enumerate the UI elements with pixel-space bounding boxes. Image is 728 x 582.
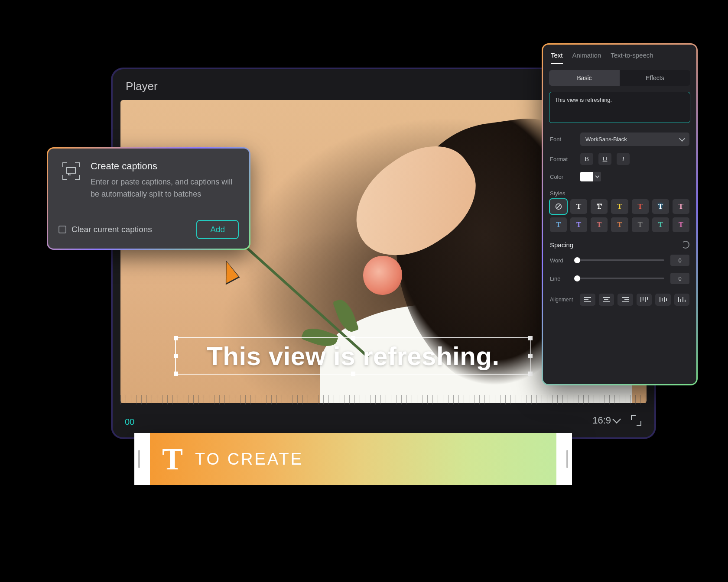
clip-label: TO CREATE: [195, 450, 303, 469]
color-picker[interactable]: [580, 172, 601, 181]
slider-thumb[interactable]: [574, 257, 580, 263]
color-dropdown[interactable]: [593, 172, 601, 181]
svg-line-1: [556, 205, 560, 209]
text-properties-panel: Text Animation Text-to-speech Basic Effe…: [542, 43, 698, 385]
word-spacing-label: Word: [550, 257, 568, 264]
style-preset[interactable]: T: [611, 217, 628, 232]
tab-text-to-speech[interactable]: Text-to-speech: [611, 52, 653, 64]
style-preset[interactable]: T: [652, 199, 669, 214]
font-select-value: WorkSans-Black: [585, 136, 627, 142]
align-left-button[interactable]: [580, 294, 595, 306]
clip-trim-handle-left[interactable]: [136, 445, 142, 473]
caption-bounding-box[interactable]: This view is refreshing.: [175, 337, 531, 375]
resize-handle[interactable]: [528, 354, 533, 358]
clip-trim-handle-right[interactable]: [564, 445, 570, 473]
spacing-label: Spacing: [550, 241, 573, 249]
segment-effects[interactable]: Effects: [620, 70, 690, 86]
timeline-text-clip[interactable]: T TO CREATE: [134, 433, 572, 485]
align-center-button[interactable]: [599, 294, 614, 306]
fullscreen-icon[interactable]: [631, 415, 641, 426]
tab-animation[interactable]: Animation: [572, 52, 601, 64]
underline-button[interactable]: U: [598, 153, 611, 165]
line-spacing-value[interactable]: 0: [670, 273, 689, 284]
slider-thumb[interactable]: [574, 275, 580, 281]
resize-handle[interactable]: [174, 336, 178, 340]
checkbox-icon: [58, 226, 66, 233]
resize-handle[interactable]: [528, 336, 533, 340]
chevron-down-icon: [679, 135, 685, 141]
aspect-ratio-selector[interactable]: 16:9: [592, 415, 620, 426]
style-preset[interactable]: T: [673, 217, 689, 232]
word-spacing-value[interactable]: 0: [670, 255, 689, 266]
captions-icon: [62, 162, 80, 180]
style-preset[interactable]: T: [570, 199, 587, 214]
italic-button[interactable]: I: [617, 153, 630, 165]
popover-description: Enter or paste captions, and captions wi…: [91, 176, 237, 200]
resize-handle[interactable]: [528, 372, 533, 376]
color-swatch: [580, 172, 593, 181]
popover-title: Create captions: [91, 161, 237, 172]
style-preset[interactable]: T: [611, 199, 628, 214]
segment-basic[interactable]: Basic: [549, 70, 620, 86]
caption-text[interactable]: This view is refreshing.: [207, 341, 500, 371]
clip-body[interactable]: T TO CREATE: [150, 433, 556, 485]
styles-grid: T T T T T T T T T T T T T: [543, 199, 696, 232]
chevron-down-icon: [595, 174, 599, 178]
align-middle-button[interactable]: [655, 294, 670, 306]
align-bottom-button[interactable]: [674, 294, 689, 306]
clear-captions-checkbox[interactable]: Clear current captions: [58, 225, 152, 234]
resize-handle[interactable]: [351, 336, 355, 340]
line-spacing-slider[interactable]: [574, 278, 664, 279]
bold-button[interactable]: B: [580, 153, 593, 165]
style-preset[interactable]: T: [673, 199, 689, 214]
color-label: Color: [550, 174, 575, 180]
alignment-label: Alignment: [550, 297, 576, 303]
resize-handle[interactable]: [351, 372, 355, 376]
style-preset[interactable]: T: [570, 217, 587, 232]
create-captions-popover: Create captions Enter or paste captions,…: [47, 147, 250, 250]
panel-tabs: Text Animation Text-to-speech: [543, 45, 696, 64]
add-button[interactable]: Add: [196, 220, 239, 239]
style-preset[interactable]: T: [632, 217, 649, 232]
line-spacing-label: Line: [550, 275, 568, 282]
format-label: Format: [550, 156, 575, 162]
style-none[interactable]: [550, 199, 567, 214]
font-label: Font: [550, 136, 575, 142]
chevron-down-icon: [612, 415, 621, 424]
reset-spacing-icon[interactable]: [682, 241, 689, 249]
clear-captions-label: Clear current captions: [72, 225, 152, 234]
style-preset[interactable]: T: [652, 217, 669, 232]
text-clip-icon: T: [162, 441, 183, 477]
caption-text-input[interactable]: This view is refreshing.: [549, 92, 690, 123]
font-select[interactable]: WorkSans-Black: [580, 133, 689, 146]
tab-text[interactable]: Text: [551, 52, 563, 64]
style-preset[interactable]: T: [591, 199, 608, 214]
rose-bloom: [363, 256, 402, 295]
style-preset[interactable]: T: [632, 199, 649, 214]
word-spacing-slider[interactable]: [574, 259, 664, 261]
align-right-button[interactable]: [618, 294, 633, 306]
align-top-button[interactable]: [637, 294, 652, 306]
style-preset[interactable]: T: [591, 217, 608, 232]
basic-effects-segment: Basic Effects: [549, 70, 690, 86]
player-controls: 16:9: [113, 403, 654, 437]
style-preset[interactable]: T: [550, 217, 567, 232]
resize-handle[interactable]: [174, 372, 178, 376]
resize-handle[interactable]: [174, 354, 178, 358]
aspect-ratio-value: 16:9: [592, 415, 611, 426]
styles-label: Styles: [543, 185, 696, 199]
